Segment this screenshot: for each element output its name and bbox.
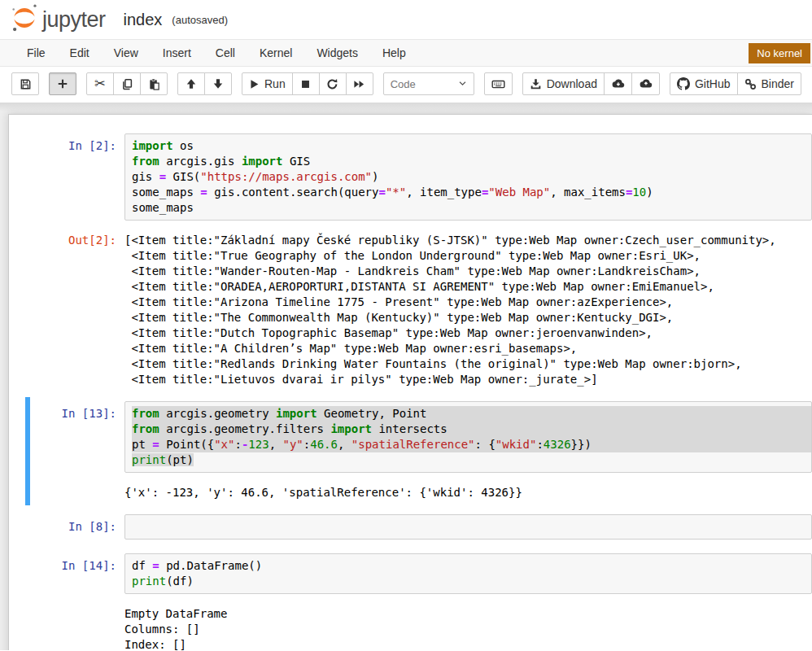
copy-icon bbox=[121, 78, 133, 90]
paste-icon bbox=[148, 78, 160, 90]
binder-button[interactable]: Binder bbox=[737, 72, 801, 95]
output-prompt: Out[2]: bbox=[30, 232, 124, 248]
output-text: {'x': -123, 'y': 46.6, 'spatialReference… bbox=[124, 484, 812, 500]
cell-type-value: Code bbox=[391, 78, 416, 90]
input-prompt: In [8]: bbox=[30, 514, 124, 535]
input-prompt: In [2]: bbox=[30, 133, 124, 154]
restart-kernel-button[interactable] bbox=[319, 72, 347, 95]
stop-icon bbox=[300, 79, 311, 90]
code-editor[interactable]: import osfrom arcgis.gis import GISgis =… bbox=[124, 133, 812, 221]
menu-edit[interactable]: Edit bbox=[58, 40, 102, 66]
arrow-down-icon bbox=[212, 78, 224, 90]
menu-insert[interactable]: Insert bbox=[151, 40, 203, 66]
jupyter-logo[interactable]: jupyter bbox=[10, 3, 106, 36]
code-cell[interactable]: In [14]:df = pd.DataFrame()print(df)Empt… bbox=[25, 549, 812, 650]
fast-forward-icon bbox=[353, 78, 365, 90]
menu-file[interactable]: File bbox=[15, 40, 58, 66]
save-icon bbox=[20, 78, 32, 90]
menubar: FileEditViewInsertCellKernelWidgetsHelp … bbox=[0, 39, 812, 67]
cloud-download-icon bbox=[611, 78, 625, 90]
cell-type-dropdown[interactable]: Code bbox=[383, 72, 474, 95]
kernel-indicator-badge: No kernel bbox=[749, 43, 810, 63]
binder-label: Binder bbox=[762, 77, 794, 90]
command-palette-button[interactable] bbox=[484, 72, 513, 95]
download-icon bbox=[530, 78, 542, 90]
code-cell[interactable]: In [2]:import osfrom arcgis.gis import G… bbox=[25, 129, 812, 392]
binder-link-icon bbox=[744, 78, 757, 90]
jupyter-notebook-app: jupyter index (autosaved) FileEditViewIn… bbox=[0, 0, 812, 650]
interrupt-kernel-button[interactable] bbox=[292, 72, 320, 95]
plus-icon bbox=[57, 78, 68, 90]
cloud-download-button[interactable] bbox=[604, 72, 632, 95]
insert-cell-below-button[interactable] bbox=[49, 72, 76, 95]
menu-cell[interactable]: Cell bbox=[203, 40, 247, 66]
menu-help[interactable]: Help bbox=[370, 40, 418, 66]
cell-list: In [2]:import osfrom arcgis.gis import G… bbox=[9, 129, 812, 650]
move-cell-up-button[interactable] bbox=[177, 72, 205, 95]
menu-items: FileEditViewInsertCellKernelWidgetsHelp bbox=[15, 40, 418, 66]
header: jupyter index (autosaved) bbox=[0, 0, 812, 39]
github-icon bbox=[677, 77, 690, 90]
restart-run-all-button[interactable] bbox=[346, 72, 373, 95]
download-button[interactable]: Download bbox=[522, 72, 605, 95]
scissors-icon: ✂ bbox=[94, 77, 105, 90]
notebook-site: In [2]:import osfrom arcgis.gis import G… bbox=[0, 103, 812, 650]
notebook-container: In [2]:import osfrom arcgis.gis import G… bbox=[8, 114, 812, 650]
menu-widgets[interactable]: Widgets bbox=[304, 40, 370, 66]
cut-cell-button[interactable]: ✂ bbox=[86, 72, 114, 95]
menu-kernel[interactable]: Kernel bbox=[247, 40, 304, 66]
autosave-status: (autosaved) bbox=[172, 14, 228, 26]
toolbar: ✂ Run bbox=[0, 67, 812, 103]
chevron-down-icon bbox=[458, 78, 467, 90]
notebook-title[interactable]: index bbox=[124, 11, 163, 29]
keyboard-icon bbox=[491, 78, 505, 90]
run-button[interactable]: Run bbox=[242, 72, 293, 95]
code-editor[interactable] bbox=[124, 514, 812, 540]
output-text: [<Item title:"Základní mapy České republ… bbox=[124, 232, 812, 387]
output-prompt bbox=[30, 605, 124, 606]
run-label: Run bbox=[264, 77, 286, 90]
arrow-up-icon bbox=[186, 78, 197, 90]
code-editor[interactable]: df = pd.DataFrame()print(df) bbox=[124, 553, 812, 594]
code-cell[interactable]: In [13]:from arcgis.geometry import Geom… bbox=[25, 397, 812, 505]
cloud-upload-button[interactable] bbox=[631, 72, 660, 95]
code-cell[interactable]: In [8]: bbox=[25, 510, 812, 544]
download-label: Download bbox=[547, 77, 597, 90]
github-button[interactable]: GitHub bbox=[670, 72, 738, 95]
input-prompt: In [14]: bbox=[30, 553, 124, 574]
jupyter-logo-icon bbox=[10, 3, 39, 36]
save-button[interactable] bbox=[11, 72, 39, 95]
output-text: Empty DataFrame Columns: [] Index: [] bbox=[124, 605, 812, 650]
run-icon bbox=[249, 79, 260, 90]
cloud-upload-icon bbox=[639, 78, 653, 90]
github-label: GitHub bbox=[695, 77, 731, 90]
copy-cell-button[interactable] bbox=[113, 72, 141, 95]
logo-wordmark: jupyter bbox=[42, 7, 106, 33]
menu-view[interactable]: View bbox=[102, 40, 151, 66]
paste-cell-button[interactable] bbox=[140, 72, 168, 95]
output-prompt bbox=[30, 484, 124, 485]
code-editor[interactable]: from arcgis.geometry import Geometry, Po… bbox=[124, 401, 812, 473]
restart-icon bbox=[326, 78, 338, 90]
move-cell-down-button[interactable] bbox=[204, 72, 232, 95]
input-prompt: In [13]: bbox=[30, 401, 124, 422]
